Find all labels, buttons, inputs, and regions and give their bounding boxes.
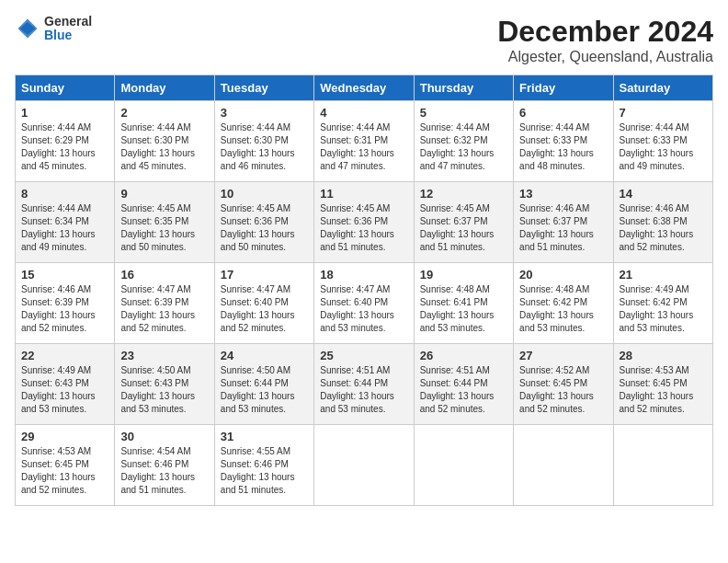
day-number: 19 [420, 268, 507, 282]
day-info: Sunrise: 4:48 AMSunset: 6:42 PMDaylight:… [519, 283, 607, 335]
day-info: Sunrise: 4:46 AMSunset: 6:37 PMDaylight:… [519, 202, 607, 254]
day-number: 31 [221, 430, 308, 443]
day-cell-8: 8Sunrise: 4:44 AMSunset: 6:34 PMDaylight… [16, 182, 115, 263]
day-cell-22: 22Sunrise: 4:49 AMSunset: 6:43 PMDayligh… [16, 344, 115, 425]
header-thursday: Thursday [414, 75, 513, 101]
day-info: Sunrise: 4:45 AMSunset: 6:37 PMDaylight:… [420, 202, 507, 254]
day-cell-12: 12Sunrise: 4:45 AMSunset: 6:37 PMDayligh… [414, 182, 513, 263]
day-number: 5 [420, 106, 507, 120]
day-number: 18 [320, 268, 407, 282]
calendar-week-1: 1Sunrise: 4:44 AMSunset: 6:29 PMDaylight… [16, 101, 713, 182]
empty-cell [314, 425, 414, 506]
day-cell-3: 3Sunrise: 4:44 AMSunset: 6:30 PMDaylight… [214, 101, 313, 182]
header-monday: Monday [115, 75, 214, 101]
header-tuesday: Tuesday [214, 75, 313, 101]
day-cell-20: 20Sunrise: 4:48 AMSunset: 6:42 PMDayligh… [514, 263, 613, 344]
day-number: 14 [620, 187, 707, 201]
day-cell-28: 28Sunrise: 4:53 AMSunset: 6:45 PMDayligh… [613, 344, 712, 425]
calendar-header-row: Sunday Monday Tuesday Wednesday Thursday… [16, 75, 713, 101]
day-number: 22 [21, 349, 108, 362]
day-info: Sunrise: 4:45 AMSunset: 6:36 PMDaylight:… [320, 202, 407, 254]
day-info: Sunrise: 4:53 AMSunset: 6:45 PMDaylight:… [21, 445, 108, 497]
day-info: Sunrise: 4:44 AMSunset: 6:30 PMDaylight:… [221, 121, 308, 173]
day-info: Sunrise: 4:50 AMSunset: 6:44 PMDaylight:… [221, 364, 308, 416]
day-info: Sunrise: 4:44 AMSunset: 6:33 PMDaylight:… [620, 121, 707, 173]
day-cell-13: 13Sunrise: 4:46 AMSunset: 6:37 PMDayligh… [514, 182, 613, 263]
day-number: 2 [120, 106, 208, 120]
empty-cell [414, 425, 513, 506]
logo-text: General Blue [44, 15, 92, 43]
day-info: Sunrise: 4:44 AMSunset: 6:33 PMDaylight:… [519, 121, 607, 173]
day-cell-23: 23Sunrise: 4:50 AMSunset: 6:43 PMDayligh… [115, 344, 214, 425]
day-cell-2: 2Sunrise: 4:44 AMSunset: 6:30 PMDaylight… [115, 101, 214, 182]
calendar-week-4: 22Sunrise: 4:49 AMSunset: 6:43 PMDayligh… [16, 344, 713, 425]
header-saturday: Saturday [613, 75, 712, 101]
header-wednesday: Wednesday [314, 75, 414, 101]
day-number: 6 [519, 106, 607, 120]
day-info: Sunrise: 4:44 AMSunset: 6:31 PMDaylight:… [320, 121, 407, 173]
day-cell-1: 1Sunrise: 4:44 AMSunset: 6:29 PMDaylight… [16, 101, 115, 182]
day-cell-18: 18Sunrise: 4:47 AMSunset: 6:40 PMDayligh… [314, 263, 414, 344]
day-info: Sunrise: 4:55 AMSunset: 6:46 PMDaylight:… [221, 445, 308, 497]
title-area: December 2024 Algester, Queensland, Aust… [497, 15, 713, 65]
day-info: Sunrise: 4:47 AMSunset: 6:40 PMDaylight:… [320, 283, 407, 335]
day-number: 16 [120, 268, 208, 282]
main-title: December 2024 [497, 15, 713, 49]
day-number: 1 [21, 106, 108, 120]
day-number: 9 [120, 187, 208, 201]
day-number: 24 [221, 349, 308, 362]
header-sunday: Sunday [16, 75, 115, 101]
day-number: 30 [120, 430, 208, 443]
day-number: 23 [120, 349, 208, 362]
day-cell-15: 15Sunrise: 4:46 AMSunset: 6:39 PMDayligh… [16, 263, 115, 344]
calendar-week-2: 8Sunrise: 4:44 AMSunset: 6:34 PMDaylight… [16, 182, 713, 263]
logo-blue: Blue [44, 29, 92, 42]
day-info: Sunrise: 4:46 AMSunset: 6:38 PMDaylight:… [620, 202, 707, 254]
day-number: 7 [620, 106, 707, 120]
day-number: 12 [420, 187, 507, 201]
header: General Blue December 2024 Algester, Que… [15, 15, 713, 65]
day-number: 20 [519, 268, 607, 282]
day-info: Sunrise: 4:44 AMSunset: 6:34 PMDaylight:… [21, 202, 108, 254]
day-number: 15 [21, 268, 108, 282]
day-info: Sunrise: 4:51 AMSunset: 6:44 PMDaylight:… [320, 364, 407, 416]
calendar-week-5: 29Sunrise: 4:53 AMSunset: 6:45 PMDayligh… [16, 425, 713, 506]
day-number: 28 [620, 349, 707, 362]
day-info: Sunrise: 4:46 AMSunset: 6:39 PMDaylight:… [21, 283, 108, 335]
day-cell-17: 17Sunrise: 4:47 AMSunset: 6:40 PMDayligh… [214, 263, 313, 344]
logo: General Blue [15, 15, 92, 43]
header-friday: Friday [514, 75, 613, 101]
day-info: Sunrise: 4:44 AMSunset: 6:32 PMDaylight:… [420, 121, 507, 173]
day-cell-14: 14Sunrise: 4:46 AMSunset: 6:38 PMDayligh… [613, 182, 712, 263]
day-info: Sunrise: 4:53 AMSunset: 6:45 PMDaylight:… [620, 364, 707, 416]
day-number: 8 [21, 187, 108, 201]
day-number: 25 [320, 349, 407, 362]
day-info: Sunrise: 4:44 AMSunset: 6:29 PMDaylight:… [21, 121, 108, 173]
day-number: 3 [221, 106, 308, 120]
day-info: Sunrise: 4:47 AMSunset: 6:40 PMDaylight:… [221, 283, 308, 335]
day-info: Sunrise: 4:52 AMSunset: 6:45 PMDaylight:… [519, 364, 607, 416]
day-cell-5: 5Sunrise: 4:44 AMSunset: 6:32 PMDaylight… [414, 101, 513, 182]
day-info: Sunrise: 4:50 AMSunset: 6:43 PMDaylight:… [120, 364, 208, 416]
day-info: Sunrise: 4:49 AMSunset: 6:43 PMDaylight:… [21, 364, 108, 416]
day-cell-10: 10Sunrise: 4:45 AMSunset: 6:36 PMDayligh… [214, 182, 313, 263]
logo-icon [15, 16, 40, 41]
day-number: 10 [221, 187, 308, 201]
day-cell-4: 4Sunrise: 4:44 AMSunset: 6:31 PMDaylight… [314, 101, 414, 182]
day-number: 13 [519, 187, 607, 201]
subtitle: Algester, Queensland, Australia [497, 49, 713, 65]
day-info: Sunrise: 4:47 AMSunset: 6:39 PMDaylight:… [120, 283, 208, 335]
day-info: Sunrise: 4:54 AMSunset: 6:46 PMDaylight:… [120, 445, 208, 497]
day-cell-30: 30Sunrise: 4:54 AMSunset: 6:46 PMDayligh… [115, 425, 214, 506]
calendar: Sunday Monday Tuesday Wednesday Thursday… [15, 75, 713, 506]
day-number: 26 [420, 349, 507, 362]
day-number: 29 [21, 430, 108, 443]
logo-general: General [44, 15, 92, 29]
day-info: Sunrise: 4:45 AMSunset: 6:35 PMDaylight:… [120, 202, 208, 254]
day-cell-7: 7Sunrise: 4:44 AMSunset: 6:33 PMDaylight… [613, 101, 712, 182]
day-cell-16: 16Sunrise: 4:47 AMSunset: 6:39 PMDayligh… [115, 263, 214, 344]
day-cell-21: 21Sunrise: 4:49 AMSunset: 6:42 PMDayligh… [613, 263, 712, 344]
empty-cell [514, 425, 613, 506]
day-cell-6: 6Sunrise: 4:44 AMSunset: 6:33 PMDaylight… [514, 101, 613, 182]
day-number: 27 [519, 349, 607, 362]
